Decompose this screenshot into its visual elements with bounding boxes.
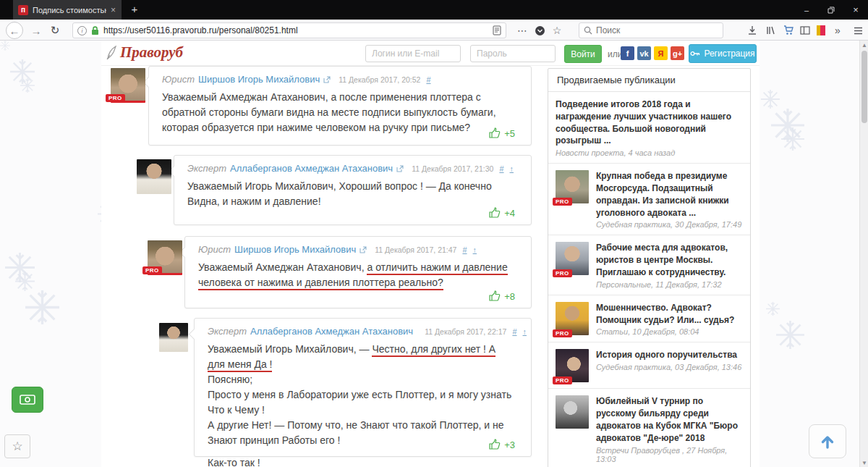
page-scrollbar[interactable]: ▲ ▼	[859, 41, 868, 467]
window-restore-button[interactable]	[819, 0, 843, 20]
scrollbar-down-arrow[interactable]: ▼	[860, 458, 868, 467]
site-logo-text: Праворуб	[120, 43, 183, 62]
comment-header: ЮристШиршов Игорь Михайлович11 Декабря 2…	[198, 244, 515, 255]
new-tab-button[interactable]: +	[127, 3, 142, 15]
parent-comment-link[interactable]: ↑	[523, 327, 527, 336]
key-icon	[690, 50, 700, 57]
sidebar-publication-item[interactable]: PROИстория одного поручительстваСудебная…	[548, 342, 750, 389]
comment-timestamp: 11 Декабря 2017, 20:52	[339, 75, 420, 84]
scroll-to-top-button[interactable]	[809, 424, 846, 458]
search-bar[interactable]	[579, 22, 723, 38]
reload-button[interactable]: ↻	[46, 22, 64, 39]
snowflake-icon	[15, 272, 35, 291]
sidebar-publication-item[interactable]: Подведение итогов 2018 года и награждени…	[548, 92, 750, 164]
comment-paragraph: Уважаемый Ахмеджан Атаханович, а после п…	[162, 90, 515, 135]
login-button[interactable]: Войти	[564, 45, 602, 63]
social-google-plus-button[interactable]: g+	[671, 46, 684, 60]
author-name-link[interactable]: Ширшов Игорь Михайлович	[198, 74, 320, 85]
comment-paragraph	[208, 448, 515, 455]
overflow-chevron-icon[interactable]: »	[830, 24, 845, 37]
comment-header: ЮристШиршов Игорь Михайлович11 Декабря 2…	[162, 74, 515, 85]
parent-comment-link[interactable]: ↑	[510, 164, 514, 173]
social-vk-button[interactable]: vk	[637, 46, 651, 60]
author-role-label: Эксперт	[208, 326, 247, 337]
like-row: +5	[489, 127, 515, 139]
sidebar-toggle-icon[interactable]	[798, 24, 812, 37]
comment-paragraph: Уважаемый Игорь Михайлович, — Честно, дл…	[208, 342, 515, 372]
window-minimize-button[interactable]: –	[794, 0, 819, 20]
comment-permalink[interactable]: #	[426, 75, 430, 84]
reader-mode-icon[interactable]	[493, 25, 501, 35]
thumbs-up-icon[interactable]	[489, 290, 501, 302]
page-actions-icon[interactable]: ⋯	[515, 24, 529, 37]
user-avatar[interactable]: PRO	[111, 68, 145, 103]
author-role-label: Юрист	[198, 244, 231, 255]
publication-meta: Статьи, 10 Декабря, 08:04	[596, 327, 743, 336]
sidebar-publication-item[interactable]: PROКрупная победа в президиуме Мосгорсуд…	[548, 164, 750, 235]
external-link-icon[interactable]	[396, 165, 404, 172]
scrollbar-up-arrow[interactable]: ▲	[860, 41, 868, 49]
url-text[interactable]: https://user50116.pravorub.ru/personal/8…	[103, 25, 488, 35]
register-button[interactable]: Регистрация	[689, 44, 757, 63]
comment-permalink[interactable]: #	[462, 245, 467, 254]
publication-thumbnail	[556, 395, 589, 429]
author-name-link[interactable]: Аллаберганов Ахмеджан Атаханович	[250, 326, 413, 337]
external-link-icon[interactable]	[359, 246, 367, 253]
promoted-publications-sidebar: Продвигаемые публикации Подведение итого…	[548, 68, 751, 467]
publication-meta: Судебная практика, 03 Декабря, 13:46	[596, 363, 743, 371]
thumbs-up-icon[interactable]	[489, 207, 501, 219]
menu-hamburger-icon[interactable]	[851, 24, 865, 37]
back-button[interactable]: ←	[6, 22, 23, 39]
author-name-link[interactable]: Ширшов Игорь Михайлович	[234, 244, 356, 255]
site-logo[interactable]: Праворуб	[106, 43, 183, 62]
window-close-button[interactable]: ×	[843, 0, 868, 20]
external-link-icon[interactable]	[323, 76, 331, 83]
sidebar-publication-item[interactable]: PROРабочие места для адвокатов, юристов …	[548, 235, 750, 295]
cart-icon[interactable]	[781, 24, 796, 37]
login-input[interactable]	[365, 45, 461, 62]
comment-permalink[interactable]: #	[512, 327, 516, 336]
tab-close-icon[interactable]: ×	[111, 5, 116, 15]
pro-badge: PRO	[553, 198, 572, 206]
user-avatar[interactable]	[159, 323, 188, 352]
snowflake-icon	[20, 78, 35, 93]
banknote-icon	[20, 395, 35, 405]
comment-card: PROЮристШиршов Игорь Михайлович11 Декабр…	[184, 236, 532, 308]
publication-thumbnail: PRO	[556, 170, 589, 203]
site-header: Праворуб Войти или fvkЯg+ Регистрация	[101, 41, 760, 66]
bookmarks-flag-icon[interactable]	[814, 24, 828, 37]
library-icon[interactable]	[764, 24, 778, 37]
social-yandex-button[interactable]: Я	[654, 46, 668, 60]
author-name-link[interactable]: Аллаберганов Ахмеджан Атаханович	[230, 163, 393, 174]
forward-button[interactable]: →	[27, 22, 45, 39]
comment-text-segment: Поясняю;	[208, 374, 252, 385]
sidebar-publication-item[interactable]: PROМошенничество. Адвокат? Помощник судь…	[548, 295, 750, 343]
url-bar[interactable]: i https://user50116.pravorub.ru/personal…	[72, 22, 506, 38]
like-count: +8	[504, 291, 515, 302]
scrollbar-thumb[interactable]	[861, 51, 867, 123]
password-input[interactable]	[470, 45, 556, 62]
user-avatar[interactable]: PRO	[148, 240, 182, 275]
browser-titlebar: п Подпись стоимостью 15 млн. × + – ×	[0, 0, 868, 20]
pocket-icon[interactable]	[532, 24, 547, 37]
user-avatar[interactable]	[137, 159, 171, 194]
favorite-star-button[interactable]: ☆	[4, 434, 30, 458]
publication-text: История одного поручительстваСудебная пр…	[596, 349, 743, 382]
social-facebook-button[interactable]: f	[621, 46, 634, 60]
download-icon[interactable]	[745, 24, 760, 37]
https-lock-icon	[91, 26, 99, 35]
page-info-icon[interactable]: i	[77, 26, 87, 35]
bookmark-star-icon[interactable]: ☆	[550, 24, 564, 37]
parent-comment-link[interactable]: ↑	[473, 245, 477, 254]
comment-paragraph: Просто у меня в Лаборатории уже есть Пло…	[208, 387, 515, 418]
publication-text: Крупная победа в президиуме Мосгорсуда. …	[596, 170, 743, 229]
thumbs-up-icon[interactable]	[489, 127, 501, 139]
sidebar-publication-item[interactable]: Юбилейный V турнир по русскому бильярду …	[548, 389, 750, 467]
comment-permalink[interactable]: #	[499, 164, 503, 173]
donate-money-button[interactable]	[12, 387, 43, 413]
site-favicon: п	[18, 5, 28, 15]
publication-thumbnail: PRO	[556, 302, 589, 335]
search-input[interactable]	[596, 25, 697, 35]
browser-tab[interactable]: п Подпись стоимостью 15 млн. ×	[13, 0, 122, 20]
thumbs-up-icon[interactable]	[489, 439, 501, 450]
